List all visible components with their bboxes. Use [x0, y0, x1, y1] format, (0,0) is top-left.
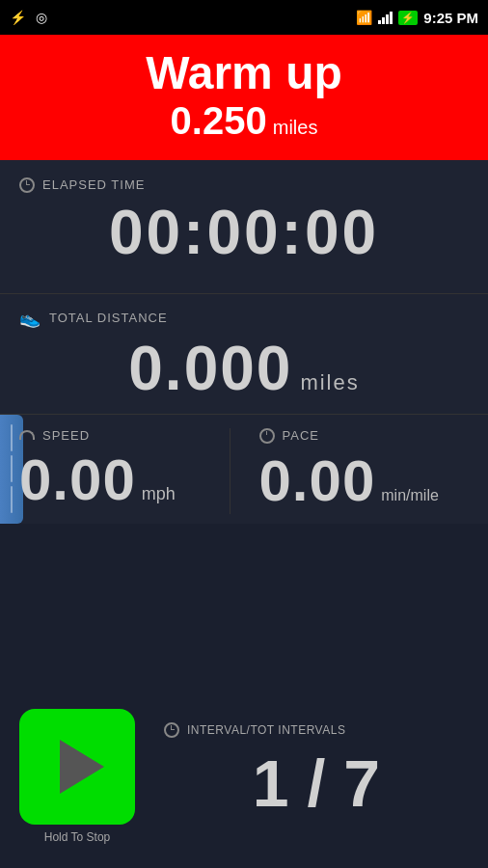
pace-icon — [259, 428, 275, 444]
total-distance-value-row: 0.000 miles — [19, 333, 469, 404]
wifi-icon: 📶 — [356, 10, 372, 25]
warm-up-title: Warm up — [19, 48, 469, 99]
status-bar: ⚡ ◎ 📶 ⚡ 9:25 PM — [0, 0, 488, 35]
elapsed-time-label-row: ELAPSED TIME — [19, 177, 469, 193]
total-distance-label: TOTAL DISTANCE — [49, 311, 168, 325]
bottom-section: Hold To Stop INTERVAL/TOT INTERVALS 1 / … — [0, 675, 488, 868]
warm-up-unit: miles — [273, 117, 318, 139]
speedometer-icon — [19, 430, 35, 440]
warm-up-distance-value: 0.250 — [171, 99, 267, 143]
speed-value-row: 0.00 mph — [19, 447, 230, 513]
status-time: 9:25 PM — [423, 10, 478, 26]
speed-section: SPEED 0.00 mph — [19, 428, 230, 514]
drag-line-1 — [11, 424, 13, 451]
interval-label-row: INTERVAL/TOT INTERVALS — [164, 722, 469, 738]
pace-section: PACE 0.00 min/mile — [230, 428, 470, 514]
interval-section: INTERVAL/TOT INTERVALS 1 / 7 — [164, 722, 469, 821]
interval-label: INTERVAL/TOT INTERVALS — [187, 723, 345, 737]
elapsed-time-label: ELAPSED TIME — [42, 177, 145, 192]
total-distance-value: 0.000 — [128, 333, 292, 404]
speed-label-row: SPEED — [19, 428, 230, 443]
elapsed-time-section: ELAPSED TIME 00:00:00 — [19, 177, 469, 293]
status-left-icons: ⚡ ◎ — [10, 10, 47, 25]
pace-value: 0.00 — [259, 448, 376, 514]
battery-icon: ⚡ — [398, 11, 418, 25]
status-right-icons: 📶 ⚡ 9:25 PM — [356, 10, 478, 26]
usb-icon: ⚡ — [10, 10, 26, 25]
pace-label-row: PACE — [259, 428, 470, 444]
warm-up-distance: 0.250 miles — [19, 99, 469, 143]
drag-line-3 — [11, 486, 13, 513]
total-distance-label-row: 👟 TOTAL DISTANCE — [19, 308, 469, 329]
play-button[interactable] — [19, 709, 135, 825]
main-content: ELAPSED TIME 00:00:00 👟 TOTAL DISTANCE 0… — [0, 160, 488, 524]
speed-pace-row: SPEED 0.00 mph PACE 0.00 min/mile — [19, 415, 469, 524]
signal-bar-1 — [378, 20, 381, 24]
clock-icon-elapsed — [19, 177, 35, 193]
gps-icon: ◎ — [36, 10, 47, 25]
signal-bar-2 — [382, 17, 385, 24]
pace-unit: min/mile — [381, 487, 439, 504]
total-distance-section: 👟 TOTAL DISTANCE 0.000 miles — [19, 294, 469, 414]
hold-to-stop-label: Hold To Stop — [44, 830, 111, 844]
drag-line-2 — [11, 455, 13, 482]
speed-unit: mph — [142, 484, 176, 504]
total-distance-unit: miles — [300, 370, 359, 395]
elapsed-time-value: 00:00:00 — [19, 197, 469, 268]
play-triangle-icon — [60, 740, 104, 794]
clock-icon-interval — [164, 722, 179, 738]
pace-value-row: 0.00 min/mile — [259, 448, 470, 514]
speed-value: 0.00 — [19, 447, 136, 513]
shoe-icon: 👟 — [19, 308, 41, 329]
speed-label: SPEED — [42, 428, 90, 443]
warm-up-banner: Warm up 0.250 miles — [0, 35, 488, 160]
pace-label: PACE — [283, 428, 319, 443]
interval-value: 1 / 7 — [164, 746, 469, 821]
signal-bar-3 — [386, 14, 389, 24]
signal-bars — [378, 11, 393, 24]
signal-bar-4 — [390, 12, 393, 24]
